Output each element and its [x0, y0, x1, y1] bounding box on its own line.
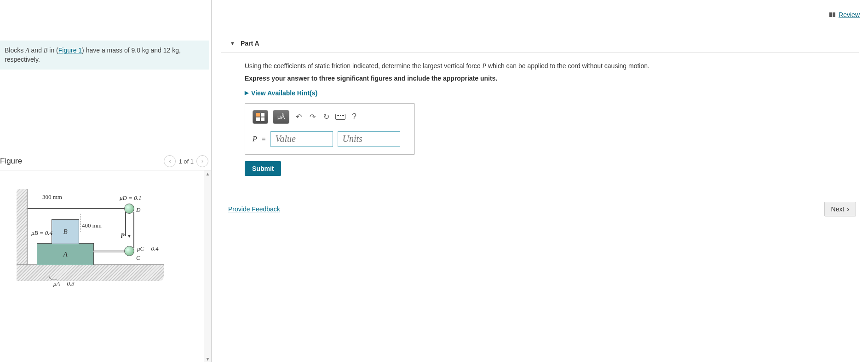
figure-dim-300: 300 mm: [42, 193, 62, 201]
answer-box: μÅ ↶ ↷ ↻ ? P =: [245, 103, 415, 155]
next-button[interactable]: Next ›: [824, 202, 856, 216]
hints-label: View Available Hint(s): [251, 89, 317, 97]
scroll-down-icon[interactable]: ▼: [205, 356, 211, 362]
figure-title: Figure: [0, 157, 22, 166]
figure-rod: [93, 251, 125, 252]
fraction-template-button[interactable]: [253, 110, 268, 124]
equals-sign: =: [262, 135, 266, 143]
figure-block-b: B: [52, 219, 79, 244]
figure-dim-line: [80, 214, 80, 232]
answer-toolbar: μÅ ↶ ↷ ↻ ?: [253, 110, 407, 124]
figure-label-c: C: [136, 254, 140, 262]
prompt-text: Using the coefficients of static frictio…: [245, 62, 482, 70]
answer-input-row: P =: [253, 131, 407, 147]
figure-prev-button[interactable]: ‹: [164, 155, 176, 167]
feedback-link[interactable]: Provide Feedback: [228, 205, 280, 213]
template-icon: [256, 113, 264, 121]
review-label: Review: [839, 11, 860, 18]
right-panel: Review ▼ Part A Using the coefficients o…: [212, 0, 868, 362]
part-instruction: Express your answer to three significant…: [245, 75, 859, 82]
submit-button[interactable]: Submit: [245, 161, 281, 176]
special-chars-button[interactable]: μÅ: [273, 110, 289, 124]
redo-icon[interactable]: ↷: [308, 112, 317, 121]
figure-cord: [125, 212, 126, 236]
figure-floor: [17, 264, 164, 281]
figure-nav: ‹ 1 of 1 ›: [164, 155, 208, 167]
figure-link[interactable]: Figure 1: [58, 47, 82, 54]
intro-text: and: [29, 47, 44, 54]
prompt-text: which can be applied to the cord without…: [486, 62, 650, 70]
left-panel: Blocks A and B in (Figure 1) have a mass…: [0, 0, 212, 362]
figure-pulley-c: [124, 246, 134, 256]
help-button[interactable]: ?: [352, 112, 356, 122]
flag-icon: [829, 12, 836, 17]
part-title: Part A: [241, 40, 259, 47]
problem-intro: Blocks A and B in (Figure 1) have a mass…: [0, 41, 209, 70]
figure-mu-a: μA = 0.3: [53, 280, 75, 287]
caret-down-icon: ▼: [230, 41, 235, 46]
scroll-up-icon[interactable]: ▲: [205, 170, 211, 177]
figure-body: A B P 300 mm 400 mm μD = 0.1 D μC = 0.4 …: [0, 170, 211, 362]
part-header[interactable]: ▼ Part A: [221, 33, 859, 53]
footer-row: Provide Feedback Next ›: [245, 202, 859, 216]
figure-pulley-d: [124, 204, 134, 214]
figure-counter: 1 of 1: [178, 158, 194, 165]
reset-icon[interactable]: ↻: [322, 112, 331, 121]
intro-text: in (: [47, 47, 58, 54]
keyboard-icon[interactable]: [335, 114, 345, 120]
figure-mu-c: μC = 0.4: [137, 245, 159, 252]
figure-dim-400: 400 mm: [82, 222, 102, 229]
value-input[interactable]: [270, 131, 333, 147]
figure-mu-b: μB = 0.4: [31, 229, 52, 237]
caret-right-icon: ▶: [245, 90, 248, 96]
prompt-var: P: [482, 63, 486, 70]
intro-text: Blocks: [5, 47, 25, 54]
figure-scrollbar[interactable]: ▲ ▼: [204, 170, 211, 362]
figure-mu-d: μD = 0.1: [120, 194, 141, 202]
answer-variable: P: [253, 135, 257, 143]
figure-diagram: A B P 300 mm 400 mm μD = 0.1 D μC = 0.4 …: [17, 189, 182, 309]
figure-cord: [133, 212, 134, 248]
figure-leader: [49, 272, 57, 280]
part-body: Using the coefficients of static frictio…: [221, 53, 859, 216]
chevron-right-icon: ›: [847, 205, 849, 213]
intro-var-a: A: [25, 47, 29, 54]
undo-icon[interactable]: ↶: [294, 112, 303, 121]
figure-next-button[interactable]: ›: [196, 155, 208, 167]
figure-cord: [28, 208, 126, 209]
page-root: Blocks A and B in (Figure 1) have a mass…: [0, 0, 868, 362]
part-prompt: Using the coefficients of static frictio…: [245, 61, 859, 71]
figure-header: Figure ‹ 1 of 1 ›: [0, 152, 211, 170]
units-input[interactable]: [338, 131, 400, 147]
hints-toggle[interactable]: ▶ View Available Hint(s): [245, 89, 317, 97]
figure-force-p: P: [121, 233, 125, 240]
next-label: Next: [831, 205, 845, 213]
figure-label-d: D: [136, 206, 140, 214]
review-link[interactable]: Review: [829, 11, 860, 18]
figure-block-a: A: [37, 243, 94, 265]
